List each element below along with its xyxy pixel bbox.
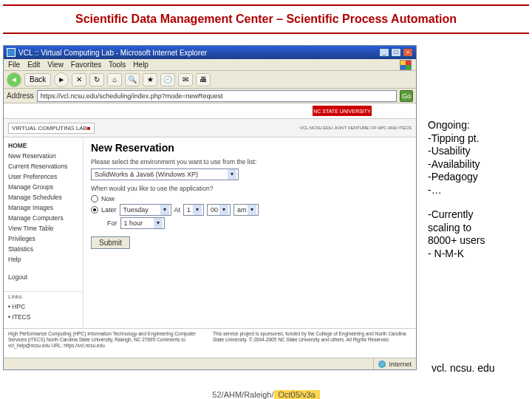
forward-button[interactable]: ► bbox=[54, 72, 69, 87]
vcl-banner: VIRTUAL COMPUTING LAB■ VCL.NCSU.EDU JOIN… bbox=[4, 118, 416, 137]
stop-button[interactable]: ✕ bbox=[72, 73, 86, 86]
menu-file[interactable]: File bbox=[8, 61, 20, 69]
day-value: Tuesday bbox=[123, 206, 149, 214]
notes-item: -Usability bbox=[428, 145, 524, 158]
nc-state-logo: NC STATE UNIVERSITY bbox=[313, 106, 372, 116]
menu-view[interactable]: View bbox=[47, 61, 64, 69]
nav-current-reservations[interactable]: Current Reservations bbox=[4, 161, 83, 171]
ampm-value: am bbox=[237, 206, 247, 214]
slide-notes: Ongoing: -Tipping pt. -Usability -Availa… bbox=[428, 119, 524, 260]
vcl-subtitle: VCL.NCSU.EDU JOINT VENTURE OF HPC AND IT… bbox=[299, 126, 412, 131]
duration-value: 1 hour bbox=[124, 219, 143, 227]
page-viewport: NC STATE UNIVERSITY VIRTUAL COMPUTING LA… bbox=[4, 103, 416, 358]
notes-heading: Ongoing: bbox=[428, 119, 524, 132]
home-button[interactable]: ⌂ bbox=[107, 73, 122, 86]
environment-select[interactable]: SolidWorks & Java6 (Windows XP) bbox=[91, 168, 239, 180]
page-footer: High Performance Computing (HPC) Informa… bbox=[4, 328, 416, 358]
back-button[interactable]: ◄ bbox=[7, 72, 21, 87]
footer-left: High Performance Computing (HPC) Informa… bbox=[8, 331, 207, 355]
go-button[interactable]: Go bbox=[400, 90, 413, 102]
notes-scaling: - N-M-K bbox=[428, 248, 524, 261]
nav-new-reservation[interactable]: New Reservation bbox=[4, 151, 83, 161]
windows-logo-icon bbox=[400, 60, 412, 70]
page-heading: New Reservation bbox=[91, 142, 409, 154]
ie-address-bar: Address https://vcl.ncsu.edu/scheduling/… bbox=[4, 89, 416, 103]
for-label: For bbox=[107, 219, 117, 227]
nav-time-table[interactable]: View Time Table bbox=[4, 223, 83, 233]
environment-value: SolidWorks & Java6 (Windows XP) bbox=[95, 171, 198, 178]
radio-later-label: Later bbox=[101, 206, 117, 214]
nav-user-preferences[interactable]: User Preferences bbox=[4, 171, 83, 182]
footer-prefix: 52/AHM/Raleigh/ bbox=[212, 390, 273, 399]
favorites-button[interactable]: ★ bbox=[143, 73, 157, 86]
back-label[interactable]: Back bbox=[24, 73, 51, 86]
vcl-logo: VIRTUAL COMPUTING LAB■ bbox=[8, 123, 95, 134]
nav-manage-groups[interactable]: Manage Groups bbox=[4, 182, 83, 192]
notes-item: -Pedagogy bbox=[428, 171, 524, 184]
mail-button[interactable]: ✉ bbox=[178, 73, 193, 86]
slide-footer: 52/AHM/Raleigh/Oct05/v3a bbox=[0, 390, 532, 399]
ie-app-icon bbox=[7, 48, 16, 57]
maximize-button[interactable]: □ bbox=[391, 48, 401, 57]
notes-scaling: 8000+ users bbox=[428, 234, 524, 248]
footer-highlight: Oct05/v3a bbox=[274, 390, 320, 399]
close-button[interactable]: × bbox=[403, 48, 413, 57]
radio-later[interactable] bbox=[91, 206, 98, 214]
ampm-select[interactable]: am bbox=[233, 204, 259, 216]
menu-help[interactable]: Help bbox=[133, 61, 149, 69]
nav-statistics[interactable]: Statistics bbox=[4, 244, 83, 254]
links-header: Links bbox=[4, 291, 83, 301]
address-value: https://vcl.ncsu.edu/scheduling/index.ph… bbox=[41, 92, 223, 100]
menu-edit[interactable]: Edit bbox=[27, 61, 40, 69]
ie-titlebar: VCL :: Virtual Computing Lab - Microsoft… bbox=[4, 46, 416, 59]
radio-now-label: Now bbox=[101, 195, 115, 202]
radio-now[interactable] bbox=[91, 195, 98, 202]
refresh-button[interactable]: ↻ bbox=[89, 73, 104, 86]
footer-right: This service project is sponsored, funde… bbox=[213, 331, 412, 355]
minimize-button[interactable]: _ bbox=[379, 48, 389, 57]
address-label: Address bbox=[7, 92, 34, 100]
day-select[interactable]: Tuesday bbox=[120, 204, 171, 216]
print-button[interactable]: 🖶 bbox=[196, 73, 211, 86]
history-button[interactable]: 🕘 bbox=[160, 73, 175, 86]
notes-item: -Availability bbox=[428, 158, 524, 171]
env-prompt: Please select the environment you want t… bbox=[91, 158, 409, 166]
sidebar-nav: HOME New Reservation Current Reservation… bbox=[4, 137, 83, 328]
slide-title-band: Scientific Data Management Center – Scie… bbox=[3, 4, 529, 34]
notes-item: -… bbox=[428, 184, 524, 197]
address-input[interactable]: https://vcl.ncsu.edu/scheduling/index.ph… bbox=[37, 90, 397, 102]
ie-window: VCL :: Virtual Computing Lab - Microsoft… bbox=[3, 45, 417, 370]
nav-help[interactable]: Help bbox=[4, 254, 83, 265]
hour-value: 1 bbox=[187, 206, 191, 214]
nav-logout[interactable]: Logout bbox=[4, 272, 83, 282]
ie-menu-bar: File Edit View Favorites Tools Help bbox=[4, 59, 416, 71]
minute-select[interactable]: 00 bbox=[207, 204, 231, 216]
notes-scaling: scaling to bbox=[428, 222, 524, 235]
globe-icon bbox=[378, 361, 386, 368]
minute-value: 00 bbox=[211, 206, 218, 214]
slide-title: Scientific Data Management Center – Scie… bbox=[75, 13, 457, 26]
nc-header: NC STATE UNIVERSITY bbox=[4, 103, 416, 118]
main-panel: New Reservation Please select the enviro… bbox=[83, 137, 416, 328]
ie-toolbar: ◄ Back ► ✕ ↻ ⌂ 🔍 ★ 🕘 ✉ 🖶 bbox=[4, 71, 416, 89]
nav-manage-images[interactable]: Manage Images bbox=[4, 202, 83, 213]
ie-window-title: VCL :: Virtual Computing Lab - Microsoft… bbox=[18, 49, 207, 57]
nav-privileges[interactable]: Privileges bbox=[4, 233, 83, 244]
ie-status-bar: Internet bbox=[4, 358, 416, 369]
link-hpc[interactable]: • HPC bbox=[4, 301, 83, 312]
menu-favorites[interactable]: Favorites bbox=[71, 61, 101, 69]
vcl-url: vcl. ncsu. edu bbox=[432, 362, 495, 374]
menu-tools[interactable]: Tools bbox=[109, 61, 126, 69]
hour-select[interactable]: 1 bbox=[183, 204, 204, 216]
duration-select[interactable]: 1 hour bbox=[120, 217, 165, 229]
submit-button[interactable]: Submit bbox=[91, 236, 130, 249]
security-zone: Internet bbox=[373, 358, 416, 369]
link-itecs[interactable]: • ITECS bbox=[4, 312, 83, 322]
search-button[interactable]: 🔍 bbox=[125, 73, 140, 86]
nav-manage-computers[interactable]: Manage Computers bbox=[4, 213, 83, 223]
at-label: At bbox=[174, 206, 181, 214]
nav-home[interactable]: HOME bbox=[4, 140, 83, 151]
nav-manage-schedules[interactable]: Manage Schedules bbox=[4, 192, 83, 202]
notes-scaling: -Currently bbox=[428, 208, 524, 222]
zone-label: Internet bbox=[389, 361, 412, 368]
